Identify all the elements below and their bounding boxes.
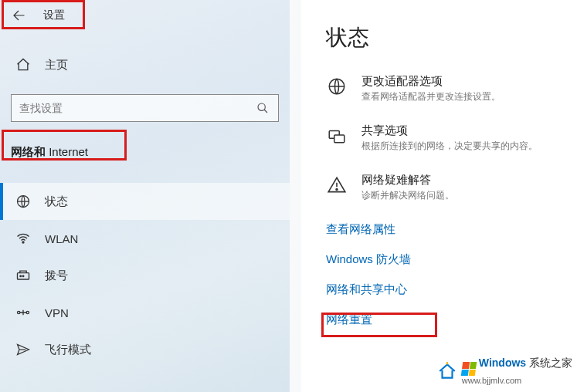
option-text: 更改适配器选项 查看网络适配器并更改连接设置。	[361, 74, 501, 103]
nav-item-wlan[interactable]: WLAN	[0, 220, 290, 257]
home-nav[interactable]: 主页	[0, 46, 290, 83]
search-icon	[255, 100, 270, 116]
option-subtitle: 诊断并解决网络问题。	[361, 189, 454, 202]
main-panel: 状态 更改适配器选项 查看网络适配器并更改连接设置。 共享选项 根据所连接到的网…	[301, 0, 577, 392]
warning-triangle-icon	[326, 174, 348, 196]
link-network-reset[interactable]: 网络重置	[326, 313, 372, 327]
vpn-icon	[15, 305, 31, 320]
svg-rect-10	[334, 135, 345, 143]
back-arrow-icon	[12, 8, 25, 22]
category-heading: 网络和 Internet	[0, 136, 290, 169]
option-title: 共享选项	[361, 123, 538, 138]
watermark: Windows 系统之家 www.bjjmlv.com	[437, 357, 572, 386]
option-adapter[interactable]: 更改适配器选项 查看网络适配器并更改连接设置。	[326, 74, 577, 103]
globe-settings-icon	[326, 76, 348, 97]
house-logo-icon	[437, 361, 457, 381]
nav-item-dialup[interactable]: 拨号	[0, 257, 290, 294]
wifi-icon	[15, 231, 31, 246]
category-bold: 网络和	[11, 145, 46, 158]
svg-rect-3	[18, 273, 29, 279]
airplane-icon	[15, 342, 31, 357]
brand-prefix: Windows	[479, 357, 526, 369]
option-subtitle: 查看网络适配器并更改连接设置。	[361, 90, 501, 103]
watermark-text: Windows 系统之家 www.bjjmlv.com	[462, 357, 572, 386]
page-title: 状态	[326, 23, 577, 52]
nav-list: 状态 WLAN 拨号 VPN 飞行模式	[0, 183, 290, 368]
back-button[interactable]	[9, 6, 28, 25]
nav-label: VPN	[45, 306, 69, 319]
option-text: 网络疑难解答 诊断并解决网络问题。	[361, 173, 454, 202]
nav-item-airplane[interactable]: 飞行模式	[0, 331, 290, 368]
app-title: 设置	[43, 8, 65, 22]
search-row	[11, 94, 279, 122]
nav-label: 拨号	[45, 269, 68, 283]
svg-point-7	[26, 311, 29, 313]
link-network-properties[interactable]: 查看网络属性	[326, 222, 395, 237]
header-bar: 设置	[0, 0, 290, 31]
svg-point-5	[22, 275, 24, 277]
dialup-icon	[15, 268, 31, 283]
option-title: 更改适配器选项	[361, 74, 501, 89]
option-sharing[interactable]: 共享选项 根据所连接到的网络，决定要共享的内容。	[326, 123, 577, 153]
search-box[interactable]	[11, 94, 279, 122]
globe-icon	[15, 194, 31, 209]
svg-point-11	[336, 188, 338, 190]
home-label: 主页	[45, 58, 68, 73]
nav-item-status[interactable]: 状态	[0, 183, 290, 220]
search-input[interactable]	[19, 102, 255, 114]
nav-label: WLAN	[45, 232, 78, 245]
settings-sidebar: 设置 主页 网络和 Internet 状态 WLAN	[0, 0, 290, 392]
option-text: 共享选项 根据所连接到的网络，决定要共享的内容。	[361, 123, 538, 153]
option-subtitle: 根据所连接到的网络，决定要共享的内容。	[361, 140, 538, 153]
category-rest: Internet	[46, 145, 88, 158]
home-icon	[15, 57, 31, 73]
svg-point-6	[18, 311, 20, 313]
brand-suffix: 系统之家	[529, 357, 572, 369]
option-title: 网络疑难解答	[361, 173, 454, 188]
nav-label: 飞行模式	[45, 343, 91, 357]
nav-item-vpn[interactable]: VPN	[0, 294, 290, 331]
option-troubleshoot[interactable]: 网络疑难解答 诊断并解决网络问题。	[326, 173, 577, 202]
brand-url: www.bjjmlv.com	[462, 376, 572, 386]
link-sharing-center[interactable]: 网络和共享中心	[326, 282, 407, 297]
link-firewall[interactable]: Windows 防火墙	[326, 252, 411, 267]
windows-flag-icon	[461, 362, 477, 376]
share-folder-icon	[326, 125, 348, 147]
nav-label: 状态	[45, 194, 68, 209]
svg-point-0	[258, 103, 265, 110]
svg-point-2	[22, 242, 24, 243]
svg-point-4	[20, 275, 22, 277]
